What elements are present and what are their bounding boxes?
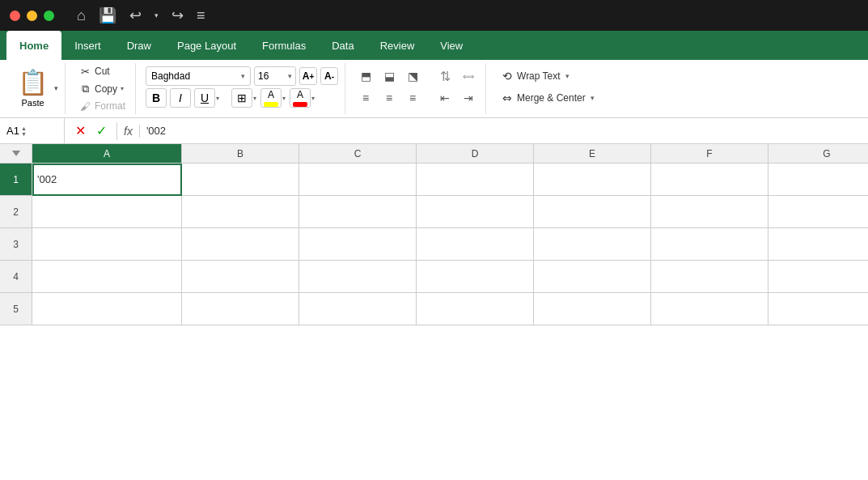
maximize-button[interactable] — [44, 11, 54, 21]
stepper-up-icon[interactable]: ▲ — [21, 125, 27, 131]
row-header-3[interactable]: 3 — [0, 228, 32, 261]
bold-button[interactable]: B — [146, 88, 167, 108]
decrease-indent-button[interactable]: ⇤ — [434, 88, 455, 108]
customize-icon[interactable]: ≡ — [197, 7, 205, 24]
cancel-formula-button[interactable]: ✕ — [71, 122, 89, 140]
cell-G1[interactable] — [768, 164, 868, 196]
filter-icon-button[interactable]: ⟺ — [458, 66, 479, 86]
row-header-1[interactable]: 1 — [0, 164, 32, 196]
col-header-F[interactable]: F — [651, 144, 768, 164]
cell-G3[interactable] — [768, 228, 868, 261]
cell-B2[interactable] — [182, 196, 299, 228]
fill-color-button-group[interactable]: A ▾ — [260, 88, 286, 108]
cell-ref-stepper[interactable]: ▲ ▼ — [21, 118, 27, 143]
cell-A1[interactable]: '002 — [32, 164, 182, 196]
increase-indent-button[interactable]: ⇥ — [458, 88, 479, 108]
cell-E4[interactable] — [534, 261, 651, 293]
cell-E5[interactable] — [534, 293, 651, 325]
cell-D5[interactable] — [417, 293, 534, 325]
cell-C4[interactable] — [299, 261, 417, 293]
confirm-formula-button[interactable]: ✓ — [92, 122, 110, 140]
row-header-5[interactable]: 5 — [0, 293, 32, 325]
font-name-select[interactable]: Baghdad ▾ — [146, 66, 251, 86]
tab-view[interactable]: View — [427, 31, 476, 60]
formula-input[interactable]: '002 — [140, 125, 868, 137]
merge-center-button[interactable]: ⇔ Merge & Center ▾ — [496, 88, 601, 108]
tab-home[interactable]: Home — [6, 31, 61, 60]
decrease-font-size-button[interactable]: A- — [320, 67, 338, 85]
cell-G5[interactable] — [768, 293, 868, 325]
fill-color-button[interactable]: A — [260, 88, 282, 108]
tab-page-layout[interactable]: Page Layout — [164, 31, 249, 60]
cell-G2[interactable] — [768, 196, 868, 228]
col-header-G[interactable]: G — [768, 144, 868, 164]
cell-F5[interactable] — [651, 293, 768, 325]
cell-B4[interactable] — [182, 261, 299, 293]
close-button[interactable] — [10, 11, 20, 21]
col-header-E[interactable]: E — [534, 144, 651, 164]
cell-F3[interactable] — [651, 228, 768, 261]
cell-C2[interactable] — [299, 196, 417, 228]
cell-F1[interactable] — [651, 164, 768, 196]
row-header-2[interactable]: 2 — [0, 196, 32, 228]
align-top-left-button[interactable]: ⬒ — [355, 66, 376, 86]
corner-cell[interactable] — [0, 144, 32, 164]
format-painter-button[interactable]: 🖌 Format — [75, 99, 129, 114]
underline-button[interactable]: U — [194, 88, 215, 108]
italic-button[interactable]: I — [170, 88, 191, 108]
align-right-button[interactable]: ≡ — [402, 88, 423, 108]
border-button[interactable]: ⊞ — [231, 88, 252, 108]
cell-D4[interactable] — [417, 261, 534, 293]
align-middle-button[interactable]: ⬓ — [379, 66, 400, 86]
cell-reference-box[interactable]: A1 ▲ ▼ — [0, 118, 65, 143]
cell-E1[interactable] — [534, 164, 651, 196]
undo-icon[interactable]: ↩ — [129, 6, 142, 24]
increase-font-size-button[interactable]: A+ — [299, 67, 317, 85]
tab-draw[interactable]: Draw — [114, 31, 164, 60]
col-header-D[interactable]: D — [417, 144, 534, 164]
tab-insert[interactable]: Insert — [61, 31, 114, 60]
sort-icon-button[interactable]: ⇅ — [434, 66, 455, 86]
align-bottom-button[interactable]: ⬔ — [402, 66, 423, 86]
cell-A5[interactable] — [32, 293, 182, 325]
tab-formulas[interactable]: Formulas — [249, 31, 319, 60]
cell-B1[interactable] — [182, 164, 299, 196]
spreadsheet[interactable]: A B C D E F G 1 2 3 4 5 '002 — [0, 144, 868, 480]
cell-D1[interactable] — [417, 164, 534, 196]
cell-B3[interactable] — [182, 228, 299, 261]
redo-icon[interactable]: ↪ — [171, 6, 184, 24]
cell-C5[interactable] — [299, 293, 417, 325]
stepper-down-icon[interactable]: ▼ — [21, 131, 27, 137]
col-header-A[interactable]: A — [32, 144, 182, 164]
cell-A2[interactable] — [32, 196, 182, 228]
cell-C1[interactable] — [299, 164, 417, 196]
undo-dropdown-icon[interactable]: ▾ — [155, 11, 159, 19]
select-all-triangle[interactable] — [12, 151, 20, 156]
cell-D3[interactable] — [417, 228, 534, 261]
cell-F4[interactable] — [651, 261, 768, 293]
font-size-select[interactable]: 16 ▾ — [254, 66, 296, 86]
align-center-button[interactable]: ≡ — [379, 88, 400, 108]
font-color-button-group[interactable]: A ▾ — [290, 88, 315, 108]
cell-F2[interactable] — [651, 196, 768, 228]
row-header-4[interactable]: 4 — [0, 261, 32, 293]
minimize-button[interactable] — [27, 11, 37, 21]
cell-E2[interactable] — [534, 196, 651, 228]
border-button-group[interactable]: ⊞ ▾ — [231, 88, 257, 108]
cut-button[interactable]: ✂ Cut — [75, 64, 113, 79]
cell-E3[interactable] — [534, 228, 651, 261]
tab-data[interactable]: Data — [319, 31, 366, 60]
cell-C3[interactable] — [299, 228, 417, 261]
font-color-button[interactable]: A — [290, 88, 311, 108]
wrap-text-button[interactable]: ⟲ Wrap Text ▾ — [496, 66, 601, 86]
cell-A3[interactable] — [32, 228, 182, 261]
copy-button[interactable]: ⧉ Copy ▾ — [75, 81, 127, 97]
tab-review[interactable]: Review — [367, 31, 428, 60]
cell-A4[interactable] — [32, 261, 182, 293]
cell-B5[interactable] — [182, 293, 299, 325]
align-left-button[interactable]: ≡ — [355, 88, 376, 108]
cell-D2[interactable] — [417, 196, 534, 228]
paste-dropdown[interactable]: ▾ — [54, 66, 58, 109]
col-header-C[interactable]: C — [299, 144, 417, 164]
col-header-B[interactable]: B — [182, 144, 299, 164]
